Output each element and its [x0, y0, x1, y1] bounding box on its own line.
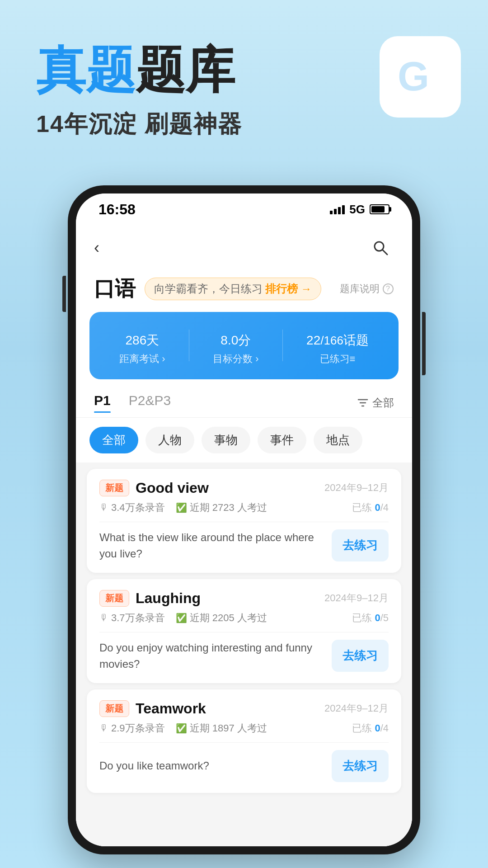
svg-text:?: ?	[386, 285, 390, 292]
filter-label: 全部	[372, 396, 394, 410]
new-badge-2: 新题	[99, 590, 129, 607]
topic-question-row-3: Do you like teamwork? 去练习	[99, 750, 389, 782]
phone-wrapper: 16:58 5G ‹	[0, 185, 488, 854]
topic-card-2: 新题 Laughing 2024年9–12月 🎙 3.7万条录音 ✅	[87, 579, 401, 683]
topic-recordings-3: 🎙 2.9万条录音	[99, 722, 165, 735]
ranking-badge[interactable]: 向学霸看齐，今日练习 排行榜 →	[145, 278, 321, 300]
top-nav: ‹	[76, 225, 412, 270]
stat-days[interactable]: 286天 距离考试 ›	[119, 326, 165, 366]
practice-btn-1[interactable]: 去练习	[332, 529, 389, 561]
help-button[interactable]: 题库说明 ?	[340, 282, 394, 296]
cat-people[interactable]: 人物	[145, 427, 194, 453]
topic-question-row-1: What is the view like around the place w…	[99, 529, 389, 562]
topic-title-row-2: 新题 Laughing	[99, 590, 201, 607]
app-content: ‹ 口语 向学霸看齐，今日练习 排行榜 →	[76, 225, 412, 846]
topic-header-1: 新题 Good view 2024年9–12月	[99, 480, 389, 496]
ranking-link[interactable]: 排行榜 →	[265, 282, 312, 296]
topic-question-2: Do you enjoy watching interesting and fu…	[99, 640, 323, 672]
headline-dark: 题库	[136, 45, 235, 95]
network-label: 5G	[349, 203, 365, 217]
stat-divider-1	[189, 330, 189, 361]
phone-screen: 16:58 5G ‹	[76, 193, 412, 846]
logo-icon: G	[380, 36, 461, 118]
search-button[interactable]	[367, 234, 394, 261]
practice-btn-3[interactable]: 去练习	[332, 750, 389, 782]
cat-events[interactable]: 事件	[258, 427, 306, 453]
ranking-text: 向学霸看齐，今日练习	[154, 282, 263, 296]
page-header: 口语 向学霸看齐，今日练习 排行榜 → 题库说明 ?	[76, 270, 412, 312]
cat-things[interactable]: 事物	[202, 427, 250, 453]
topic-header-3: 新题 Teamwork 2024年9–12月	[99, 700, 389, 717]
stat-divider-2	[282, 330, 283, 361]
phone-frame: 16:58 5G ‹	[68, 185, 420, 854]
topic-recordings-2: 🎙 3.7万条录音	[99, 611, 165, 625]
topic-list: 新题 Good view 2024年9–12月 🎙 3.4万条录音 ✅	[76, 462, 412, 846]
topic-card-3: 新题 Teamwork 2024年9–12月 🎙 2.9万条录音 ✅	[87, 689, 401, 793]
stats-card: 286天 距离考试 › 8.0分 目标分数 › 22/166	[89, 312, 399, 379]
top-section: 真题 题库 14年沉淀 刷题神器 G	[0, 0, 488, 167]
page-title-row: 口语 向学霸看齐，今日练习 排行榜 →	[94, 275, 321, 303]
topic-title-row-1: 新题 Good view	[99, 480, 209, 496]
stat-score-label: 目标分数 ›	[213, 352, 258, 366]
topic-recordings-1: 🎙 3.4万条录音	[99, 501, 165, 514]
stat-days-label: 距离考试 ›	[119, 352, 165, 366]
stat-days-value: 286天	[119, 326, 165, 349]
topic-meta-2: 🎙 3.7万条录音 ✅ 近期 2205 人考过 已练 0/5	[99, 611, 389, 625]
topic-header-2: 新题 Laughing 2024年9–12月	[99, 590, 389, 607]
topic-question-3: Do you like teamwork?	[99, 758, 323, 774]
topic-takers-2: ✅ 近期 2205 人考过	[176, 611, 267, 625]
topic-takers-3: ✅ 近期 1897 人考过	[176, 722, 267, 735]
status-bar: 16:58 5G	[76, 193, 412, 225]
page-title: 口语	[94, 275, 136, 303]
cat-places[interactable]: 地点	[314, 427, 362, 453]
status-time: 16:58	[99, 201, 136, 218]
category-filters: 全部 人物 事物 事件 地点	[76, 418, 412, 462]
topic-date-1: 2024年9–12月	[324, 481, 389, 495]
topic-progress-2: 已练 0/5	[352, 611, 389, 625]
topic-question-row-2: Do you enjoy watching interesting and fu…	[99, 640, 389, 672]
topic-meta-1: 🎙 3.4万条录音 ✅ 近期 2723 人考过 已练 0/4	[99, 501, 389, 514]
topic-name-1: Good view	[136, 480, 209, 496]
topic-name-2: Laughing	[136, 590, 201, 607]
stat-topics-value: 22/166话题	[306, 326, 369, 349]
topic-date-3: 2024年9–12月	[324, 702, 389, 715]
topic-meta-3: 🎙 2.9万条录音 ✅ 近期 1897 人考过 已练 0/4	[99, 722, 389, 735]
stat-topics-label: 已练习≡	[306, 352, 369, 366]
stat-score[interactable]: 8.0分 目标分数 ›	[213, 326, 258, 366]
topic-title-row-3: 新题 Teamwork	[99, 700, 206, 717]
headline-blue: 真题	[36, 45, 136, 95]
svg-line-2	[383, 250, 387, 255]
topic-card-1: 新题 Good view 2024年9–12月 🎙 3.4万条录音 ✅	[87, 469, 401, 573]
stat-score-value: 8.0分	[213, 326, 258, 349]
topic-takers-1: ✅ 近期 2723 人考过	[176, 501, 267, 514]
svg-text:G: G	[398, 54, 429, 99]
tab-p1[interactable]: P1	[94, 393, 111, 413]
topic-date-2: 2024年9–12月	[324, 591, 389, 605]
battery-icon	[370, 204, 389, 214]
new-badge-3: 新题	[99, 700, 129, 717]
cat-all[interactable]: 全部	[89, 427, 138, 453]
signal-bars-icon	[330, 204, 345, 214]
stat-topics[interactable]: 22/166话题 已练习≡	[306, 326, 369, 366]
main-tabs: P1 P2&P3 全部	[76, 388, 412, 418]
tab-p2p3[interactable]: P2&P3	[129, 393, 171, 413]
status-icons: 5G	[330, 203, 389, 217]
topic-name-3: Teamwork	[136, 700, 206, 717]
new-badge-1: 新题	[99, 480, 129, 496]
back-button[interactable]: ‹	[94, 238, 99, 257]
help-label: 题库说明	[340, 282, 380, 296]
topic-question-1: What is the view like around the place w…	[99, 529, 323, 562]
topic-progress-1: 已练 0/4	[352, 501, 389, 514]
topic-progress-3: 已练 0/4	[352, 722, 389, 735]
practice-btn-2[interactable]: 去练习	[332, 640, 389, 672]
tab-filter[interactable]: 全部	[357, 396, 394, 410]
